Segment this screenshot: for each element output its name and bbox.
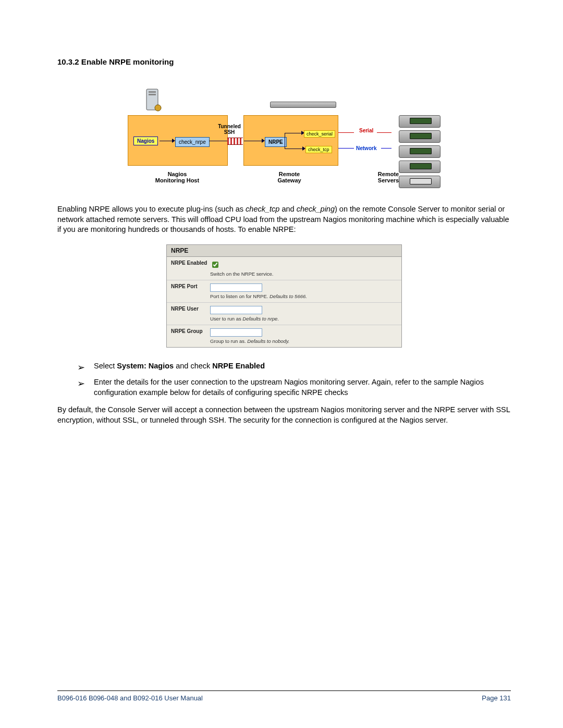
intro-paragraph: Enabling NRPE allows you to execute plug… xyxy=(57,204,511,235)
nrpe-label: NRPE xyxy=(265,137,287,147)
network-label: Network xyxy=(356,145,376,151)
document-page: 10.3.2 Enable NRPE monitoring Nagios che… xyxy=(0,0,563,728)
remote-gateway-box: NRPE check_serial check_tcp xyxy=(243,115,338,166)
footer-manual-title: B096-016 B096-048 and B092-016 User Manu… xyxy=(57,694,203,702)
text-italic: check_ping xyxy=(297,205,335,213)
text-bold: NRPE Enabled xyxy=(212,362,265,370)
nrpe-enabled-label: NRPE Enabled xyxy=(171,260,210,277)
ssh-tunnel-icon: Tunneled SSH xyxy=(227,138,243,145)
serial-label: Serial xyxy=(359,128,373,133)
nagios-host-box: Nagios check_nrpe xyxy=(128,115,228,166)
instruction-item: Select System: Nagios and check NRPE Ena… xyxy=(57,361,511,372)
nrpe-group-label: NRPE Group xyxy=(171,328,210,344)
switch-icon xyxy=(270,102,336,108)
nrpe-port-help: Port to listen on for NRPE. Defaults to … xyxy=(210,293,397,299)
text: Select xyxy=(94,362,117,370)
instruction-list: Select System: Nagios and check NRPE Ena… xyxy=(57,361,511,398)
nrpe-user-help: User to run as Defaults to nrpe. xyxy=(210,316,397,322)
text: Enabling NRPE allows you to execute plug… xyxy=(57,205,246,213)
instruction-item: Enter the details for the user connectio… xyxy=(57,377,511,398)
check-tcp-label: check_tcp xyxy=(305,146,332,153)
text: and check xyxy=(174,362,212,370)
nrpe-user-label: NRPE User xyxy=(171,306,210,322)
nrpe-user-input[interactable] xyxy=(210,306,262,314)
host-caption: Nagios Monitoring Host xyxy=(128,171,227,183)
tunneled-ssh-label: Tunneled SSH xyxy=(214,124,245,135)
nagios-label: Nagios xyxy=(133,137,158,145)
text-bold: System: Nagios xyxy=(117,362,174,370)
nrpe-diagram: Nagios check_nrpe Tunneled SSH NRPE xyxy=(128,87,440,183)
nrpe-group-help: Group to run as. Defaults to nobody. xyxy=(210,338,397,344)
nrpe-port-input[interactable] xyxy=(210,283,262,292)
nrpe-enabled-checkbox[interactable] xyxy=(212,262,218,268)
check-serial-label: check_serial xyxy=(304,130,335,138)
page-footer: B096-016 B096-048 and B092-016 User Manu… xyxy=(57,690,511,702)
nrpe-group-input[interactable] xyxy=(210,328,262,337)
text: and xyxy=(279,205,296,213)
text-italic: check_tcp xyxy=(246,205,279,213)
svg-rect-2 xyxy=(149,94,156,95)
remote-servers-area: Serial Network xyxy=(338,115,440,166)
nrpe-port-label: NRPE Port xyxy=(171,283,210,299)
server-tower-icon xyxy=(143,87,164,113)
svg-point-3 xyxy=(155,105,161,111)
nrpe-form-panel: NRPE NRPE Enabled Switch on the NRPE ser… xyxy=(166,244,402,348)
svg-rect-1 xyxy=(149,91,156,93)
server-rack-icon xyxy=(399,115,440,191)
nrpe-enabled-help: Switch on the NRPE service. xyxy=(210,271,397,277)
footer-page-number: Page 131 xyxy=(482,694,511,702)
closing-paragraph: By default, the Console Server will acce… xyxy=(57,405,511,425)
check-nrpe-label: check_nrpe xyxy=(175,137,210,147)
section-heading: 10.3.2 Enable NRPE monitoring xyxy=(57,57,511,66)
nrpe-form-title: NRPE xyxy=(167,245,401,257)
gateway-caption: Remote Gateway xyxy=(242,171,336,183)
